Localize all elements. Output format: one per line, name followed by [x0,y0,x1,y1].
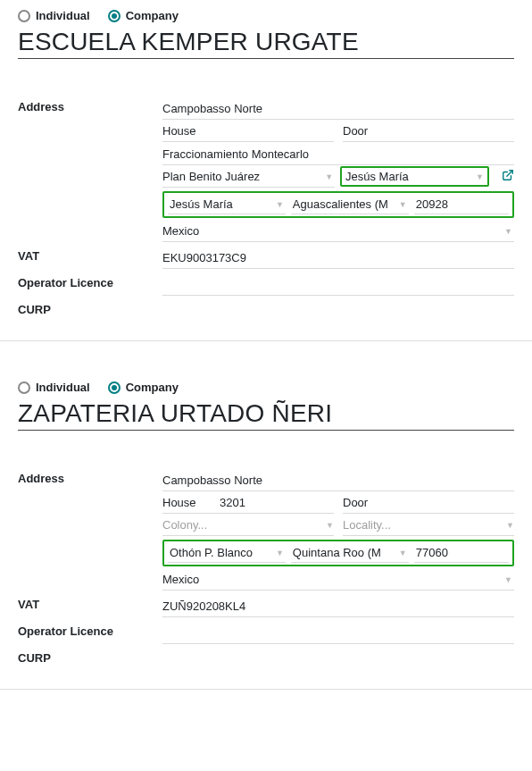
address-row: Address Campobasso Norte House Door [18,96,514,242]
locality-left-select[interactable]: Plan Benito Juárez ▼ [162,165,335,188]
state-value: Aguascalientes (M [293,197,388,211]
operator-licence-input[interactable] [162,272,514,296]
chevron-down-icon: ▼ [326,521,334,530]
colony-value: Fraccionamiento Montecarlo [162,147,309,161]
operator-licence-label: Operator Licence [18,272,162,289]
door-input[interactable]: Door [343,120,514,142]
address-label: Address [18,96,162,113]
vat-label: VAT [18,246,162,263]
house-value: 3201 [220,496,245,509]
colony-select[interactable]: Colony... ▼ [162,514,334,536]
vat-input[interactable]: EKU9003173C9 [162,246,514,269]
radio-circle-icon [18,10,30,22]
colony-placeholder: Colony... [162,518,207,532]
radio-individual[interactable]: Individual [18,381,90,394]
door-label: Door [343,124,393,138]
contact-form-1: Individual Company ESCUELA KEMPER URGATE… [0,0,532,341]
curp-label: CURP [18,648,162,665]
contact-type-row: Individual Company [18,381,514,394]
locality-select[interactable]: Locality... ▼ [343,514,514,536]
vat-value: ZUÑ920208KL4 [162,599,245,613]
radio-individual-label: Individual [36,381,90,394]
external-link-icon[interactable] [502,169,514,184]
radio-company-label: Company [126,9,179,22]
chevron-down-icon: ▼ [399,549,407,557]
country-value: Mexico [162,573,199,586]
contact-form-2: Individual Company ZAPATERIA URTADO ÑERI… [0,341,532,690]
radio-circle-checked-icon [108,10,121,22]
vat-input[interactable]: ZUÑ920208KL4 [162,594,514,617]
street-value: Campobasso Norte [162,102,262,115]
house-input[interactable]: House [162,120,334,142]
country-value: Mexico [162,224,199,238]
state-select[interactable]: Quintana Roo (M ▼ [291,543,409,563]
svg-line-0 [507,171,512,176]
city-value: Othón P. Blanco [170,546,253,559]
operator-licence-input[interactable] [162,621,514,644]
chevron-down-icon: ▼ [476,172,484,181]
chevron-down-icon: ▼ [504,227,512,236]
chevron-down-icon: ▼ [504,575,512,584]
zip-value: 20928 [416,197,448,211]
state-value: Quintana Roo (M [293,546,381,559]
curp-input[interactable] [162,299,514,323]
radio-circle-checked-icon [108,381,121,394]
street-value: Campobasso Norte [162,473,262,487]
contact-type-row: Individual Company [18,9,514,22]
chevron-down-icon: ▼ [276,200,284,209]
chevron-down-icon: ▼ [325,172,333,181]
company-name-input[interactable]: ZAPATERIA URTADO ÑERI [18,399,514,431]
country-select[interactable]: Mexico ▼ [162,568,514,591]
radio-company[interactable]: Company [108,381,179,394]
radio-company-label: Company [126,381,179,394]
address-row: Address Campobasso Norte House 3201 Door [18,468,514,591]
curp-label: CURP [18,299,162,316]
address-label: Address [18,468,162,485]
street-input[interactable]: Campobasso Norte [162,96,514,120]
vat-label: VAT [18,594,162,611]
city-select[interactable]: Jesús María ▼ [168,195,286,214]
company-name-input[interactable]: ESCUELA KEMPER URGATE [18,28,514,59]
house-label: House [162,124,212,138]
curp-input[interactable] [162,648,514,671]
state-select[interactable]: Aguascalientes (M ▼ [291,195,409,214]
chevron-down-icon: ▼ [506,521,514,530]
zip-input[interactable]: 20928 [414,195,509,214]
locality-right-value: Jesús María [345,170,409,183]
colony-input[interactable]: Fraccionamiento Montecarlo [162,142,514,165]
door-input[interactable]: Door [343,491,514,514]
door-label: Door [343,496,393,509]
house-input[interactable]: House 3201 [162,491,334,514]
chevron-down-icon: ▼ [399,200,407,209]
country-select[interactable]: Mexico ▼ [162,220,514,242]
chevron-down-icon: ▼ [276,549,284,557]
radio-company[interactable]: Company [108,9,179,22]
zip-input[interactable]: 77060 [414,543,509,563]
locality-placeholder: Locality... [343,518,391,532]
locality-right-select[interactable]: Jesús María ▼ [340,166,489,187]
operator-licence-label: Operator Licence [18,621,162,638]
vat-value: EKU9003173C9 [162,251,246,264]
house-label: House [162,496,212,509]
locality-left-value: Plan Benito Juárez [162,170,260,183]
street-input[interactable]: Campobasso Norte [162,468,514,491]
radio-individual-label: Individual [36,9,90,22]
radio-individual[interactable]: Individual [18,9,90,22]
city-select[interactable]: Othón P. Blanco ▼ [168,543,286,563]
radio-circle-icon [18,381,30,394]
zip-value: 77060 [416,546,448,559]
city-value: Jesús María [170,197,233,211]
